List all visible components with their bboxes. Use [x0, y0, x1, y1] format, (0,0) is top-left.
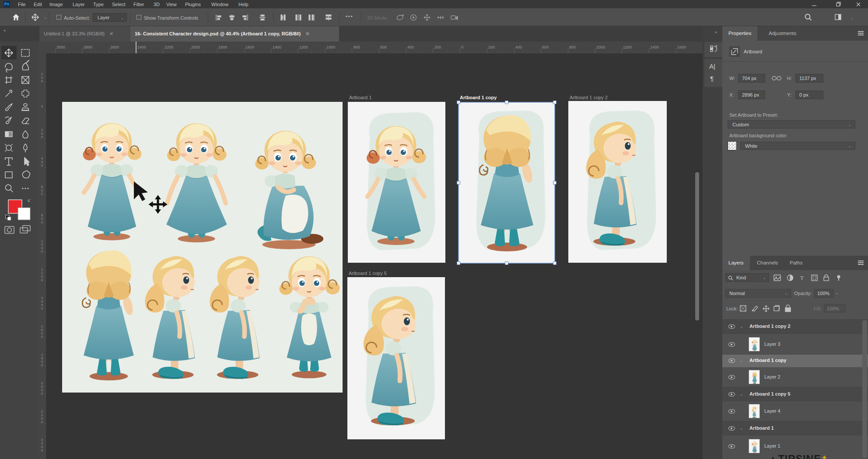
- svg-text:T: T: [800, 275, 804, 281]
